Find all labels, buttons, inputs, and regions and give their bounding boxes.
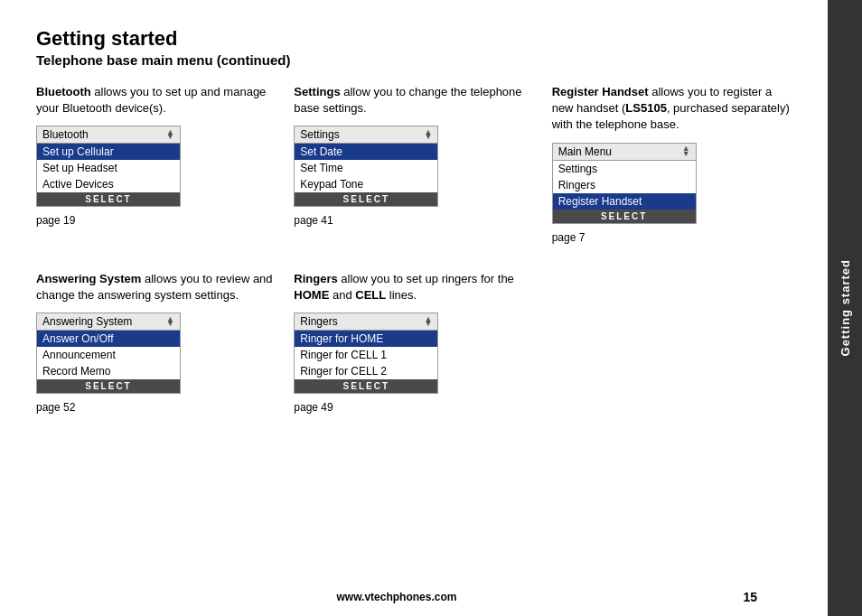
- footer: www.vtechphones.com 15: [0, 591, 793, 603]
- ringers-intro: allow you to set up ringers for the: [338, 272, 514, 285]
- register-menu-header: Main Menu ▲▼: [553, 144, 696, 161]
- register-arrows-icon: ▲▼: [682, 146, 690, 156]
- answering-menu-header: Answering System ▲▼: [37, 313, 180, 331]
- bluetooth-item-2[interactable]: Active Devices: [37, 176, 180, 192]
- ringers-and: and: [329, 288, 355, 302]
- section-empty: [552, 271, 792, 414]
- register-item-2[interactable]: Register Handset: [553, 193, 696, 210]
- section-settings: Settings allow you to change the telepho…: [294, 84, 533, 244]
- register-model: LS5105: [625, 101, 667, 115]
- answering-item-1[interactable]: Announcement: [37, 347, 180, 363]
- answering-select-bar[interactable]: SELECT: [37, 379, 180, 393]
- section-answering-system: Answering System allows you to review an…: [36, 271, 276, 414]
- ringers-menu: Ringers ▲▼ Ringer for HOME Ringer for CE…: [294, 313, 438, 394]
- settings-item-1[interactable]: Set Time: [295, 160, 437, 176]
- bluetooth-page-ref: page 19: [36, 214, 276, 227]
- answering-page-ref: page 52: [36, 401, 276, 414]
- register-item-1[interactable]: Ringers: [553, 177, 696, 193]
- answering-bold: Answering System: [36, 272, 141, 285]
- settings-arrows-icon: ▲▼: [424, 130, 432, 140]
- footer-page-number: 15: [743, 590, 757, 604]
- ringers-item-0[interactable]: Ringer for HOME: [295, 331, 437, 347]
- register-menu: Main Menu ▲▼ Settings Ringers Register H…: [552, 143, 697, 224]
- settings-bold: Settings: [294, 85, 340, 98]
- ringers-item-2[interactable]: Ringer for CELL 2: [295, 363, 437, 379]
- sidebar: Getting started: [828, 0, 862, 616]
- bluetooth-bold: Bluetooth: [36, 85, 91, 98]
- answering-menu: Answering System ▲▼ Answer On/Off Announ…: [36, 313, 181, 394]
- register-page-ref: page 7: [552, 231, 792, 244]
- settings-select-bar[interactable]: SELECT: [295, 192, 437, 206]
- page-subtitle: Telephone base main menu (continued): [36, 52, 792, 68]
- sidebar-label: Getting started: [839, 259, 852, 356]
- ringers-arrows-icon: ▲▼: [424, 317, 432, 327]
- ringers-item-1[interactable]: Ringer for CELL 1: [295, 347, 437, 363]
- section-ringers: Ringers allow you to set up ringers for …: [294, 271, 533, 414]
- settings-menu-header: Settings ▲▼: [295, 126, 437, 144]
- bluetooth-menu: Bluetooth ▲▼ Set up Cellular Set up Head…: [36, 126, 181, 207]
- settings-menu: Settings ▲▼ Set Date Set Time Keypad Ton…: [294, 126, 438, 207]
- settings-item-0[interactable]: Set Date: [295, 144, 437, 160]
- bluetooth-select-bar[interactable]: SELECT: [37, 192, 180, 206]
- answering-item-0[interactable]: Answer On/Off: [37, 331, 180, 347]
- bluetooth-arrows-icon: ▲▼: [166, 130, 174, 140]
- register-bold: Register Handset: [552, 85, 649, 98]
- register-item-0[interactable]: Settings: [553, 161, 696, 177]
- settings-page-ref: page 41: [294, 214, 533, 227]
- footer-url: www.vtechphones.com: [337, 591, 457, 603]
- register-select-bar[interactable]: SELECT: [553, 210, 696, 223]
- ringers-home-bold: HOME: [294, 288, 329, 302]
- ringers-cell-bold: CELL: [355, 288, 386, 302]
- bluetooth-menu-header: Bluetooth ▲▼: [37, 126, 180, 144]
- ringers-bold: Ringers: [294, 272, 337, 285]
- ringers-page-ref: page 49: [294, 401, 533, 414]
- answering-arrows-icon: ▲▼: [166, 317, 174, 327]
- section-register-handset: Register Handset allows you to register …: [552, 84, 792, 244]
- settings-item-2[interactable]: Keypad Tone: [295, 176, 437, 192]
- bluetooth-item-0[interactable]: Set up Cellular: [37, 144, 180, 160]
- ringers-lines: lines.: [386, 288, 417, 302]
- ringers-select-bar[interactable]: SELECT: [295, 379, 437, 393]
- section-bluetooth: Bluetooth allows you to set up and manag…: [36, 84, 276, 244]
- bluetooth-item-1[interactable]: Set up Headset: [37, 160, 180, 176]
- answering-item-2[interactable]: Record Memo: [37, 363, 180, 379]
- ringers-menu-header: Ringers ▲▼: [295, 313, 437, 331]
- page-title: Getting started: [36, 27, 792, 51]
